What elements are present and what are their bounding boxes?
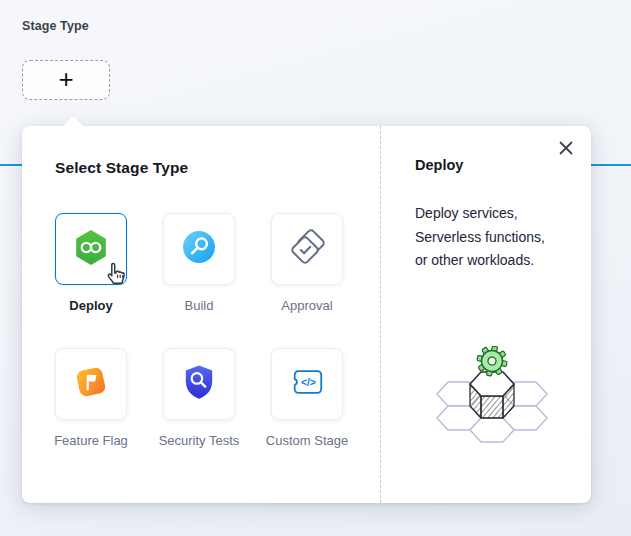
close-icon (558, 140, 574, 156)
feature-flag-icon (73, 364, 109, 404)
tile-label-approval: Approval (255, 296, 359, 315)
detail-description-line: Deploy services, (415, 202, 545, 226)
tile-label-deploy: Deploy (39, 296, 143, 315)
detail-description: Deploy services, Serverless functions, o… (415, 202, 545, 273)
detail-description-line: or other workloads. (415, 249, 545, 273)
tile-label-feature-flag: Feature Flag (39, 431, 143, 450)
deploy-hexagons-gear-illustration (422, 346, 562, 455)
pipeline-stage-canvas: Stage Type + Select Stage Type (0, 0, 631, 536)
tile-label-security-tests: Security Tests (147, 431, 251, 450)
stage-tile-build[interactable] (163, 213, 235, 285)
select-stage-type-popover: Select Stage Type (22, 126, 591, 503)
detail-description-line: Serverless functions, (415, 226, 545, 250)
stage-type-label: Stage Type (22, 19, 89, 33)
stage-tile-feature-flag[interactable] (55, 348, 127, 420)
approval-check-icon (289, 229, 325, 269)
build-circle-search-icon (182, 230, 216, 268)
tile-label-build: Build (147, 296, 251, 315)
stage-tile-deploy[interactable] (55, 213, 127, 285)
plus-icon: + (58, 66, 73, 92)
custom-stage-code-icon: </> (289, 367, 325, 401)
detail-title: Deploy (415, 157, 463, 173)
deploy-hexagon-icon (74, 229, 108, 270)
popover-arrow (63, 116, 83, 136)
svg-text:</>: </> (301, 377, 316, 388)
stage-tile-security-tests[interactable] (163, 348, 235, 420)
stage-tile-custom-stage[interactable]: </> (271, 348, 343, 420)
tile-label-custom-stage: Custom Stage (255, 431, 359, 450)
popover-title: Select Stage Type (55, 159, 188, 177)
add-stage-button[interactable]: + (22, 60, 110, 100)
stage-tile-approval[interactable] (271, 213, 343, 285)
close-button[interactable] (554, 136, 578, 160)
security-shield-search-icon (183, 364, 215, 404)
popover-divider (380, 126, 381, 503)
